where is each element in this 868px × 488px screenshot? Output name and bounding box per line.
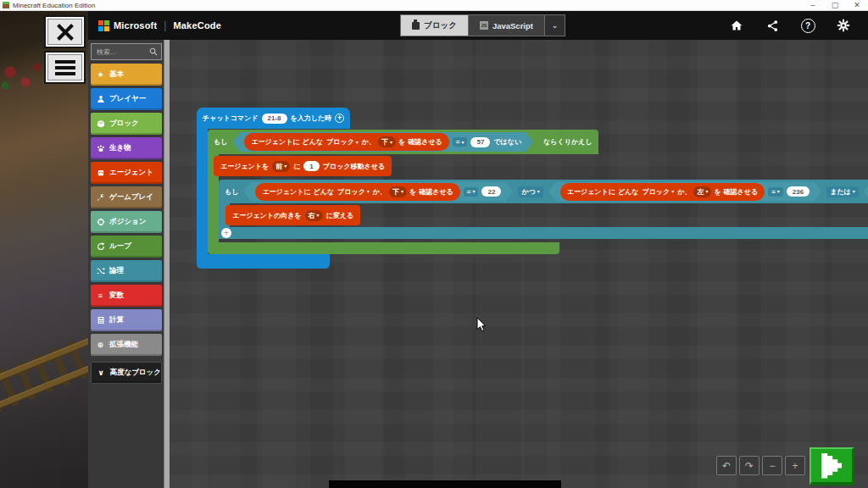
dropdown-value: = — [467, 188, 471, 196]
dropdown-arrow-icon: ▾ — [461, 140, 464, 145]
chevron-down-icon: ∨ — [97, 369, 106, 377]
run-code-button[interactable] — [810, 447, 854, 485]
toolbox-category-position[interactable]: ポジション — [91, 211, 162, 233]
toolbox-category-mobs[interactable]: 生き物 — [91, 137, 162, 159]
block-text: 確認させる — [724, 187, 759, 197]
loop-icon — [96, 242, 105, 251]
search-input[interactable] — [95, 47, 149, 57]
dropdown-arrow-icon: ▾ — [537, 189, 540, 194]
js-icon: JS — [480, 21, 488, 30]
toolbox-category-loops[interactable]: ループ — [91, 236, 162, 258]
chat-block-spine — [197, 127, 208, 256]
block-text: を — [398, 137, 405, 147]
block-text: 確認させる — [408, 137, 442, 147]
close-button[interactable]: ✕ — [846, 0, 868, 10]
undo-button[interactable]: ↶ — [716, 456, 737, 475]
dropdown-arrow-icon: ▾ — [777, 189, 780, 194]
block-text: か、 — [362, 137, 376, 147]
redo-button[interactable]: ↷ — [739, 456, 760, 475]
maximize-button[interactable]: ▢ — [824, 0, 846, 10]
chat-command-input[interactable]: 21-8 — [262, 114, 287, 124]
settings-button[interactable] — [836, 18, 851, 33]
direction-dropdown[interactable]: 下▾ — [389, 186, 407, 197]
category-label: 基本 — [109, 69, 124, 80]
dropdown-value: 前 — [275, 162, 282, 171]
person-icon — [96, 95, 105, 103]
operator-dropdown[interactable]: =▾ — [768, 187, 783, 197]
minimize-button[interactable]: – — [802, 0, 824, 10]
block-text: を入力した時 — [291, 114, 332, 123]
close-code-editor-button[interactable] — [44, 15, 86, 48]
if-block[interactable]: もし エージェントに どんな ブロック▾ か、 下▾ を 確認させる =▾ 22… — [219, 180, 868, 203]
tab-blocks[interactable]: ブロック — [400, 14, 469, 36]
number-input[interactable]: 1 — [303, 161, 319, 171]
number-input[interactable]: 22 — [481, 186, 501, 197]
help-button[interactable]: ? — [800, 18, 815, 33]
dropdown-arrow-icon: ▾ — [853, 189, 855, 194]
agent-turn-block[interactable]: エージェントの向きを 右▾ に変える — [225, 205, 360, 225]
block-text: に — [293, 162, 300, 171]
agent-move-block[interactable]: エージェントを 前▾ に 1 ブロック移動させる — [214, 156, 392, 176]
dropdown-value: または — [830, 187, 851, 197]
makecode-brand: MakeCode — [173, 20, 221, 30]
agent-inspect-block[interactable]: エージェントに どんな ブロック▾ か、 左▾ を 確認させる — [560, 183, 765, 201]
share-button[interactable] — [765, 18, 780, 33]
tab-javascript[interactable]: JS JavaScript — [469, 14, 545, 36]
home-button[interactable] — [729, 18, 744, 33]
number-input[interactable]: 236 — [787, 186, 810, 197]
toolbox-category-variables[interactable]: ≡ 変数 — [91, 285, 162, 307]
comparison-block-clipped[interactable]: エージェン — [864, 182, 868, 202]
while-loop-block[interactable]: もし エージェントに どんな ブロック▾ か、 下▾ を 確認させる =▾ 57… — [208, 130, 598, 154]
toolbox-category-blocks[interactable]: ブロック — [91, 113, 162, 135]
plus-icon[interactable]: + — [335, 114, 344, 123]
block-type-dropdown[interactable]: ブロック▾ — [337, 186, 370, 197]
operator-dropdown[interactable]: =▾ — [464, 187, 479, 197]
category-label: ポジション — [109, 217, 147, 227]
block-text: どんな — [618, 187, 639, 197]
tab-dropdown-button[interactable]: ⌄ — [545, 14, 565, 36]
plus-icon[interactable]: + — [221, 228, 231, 238]
block-type-dropdown[interactable]: ブロック▾ — [641, 186, 675, 197]
direction-dropdown[interactable]: 左▾ — [693, 186, 711, 197]
rail-tracks — [0, 310, 88, 435]
toolbox-category-advanced[interactable]: ∨ 高度なブロック — [91, 362, 162, 384]
zoom-in-button[interactable]: + — [785, 456, 805, 475]
toolbox-category-player[interactable]: プレイヤー — [91, 88, 162, 110]
category-label: ループ — [109, 241, 131, 252]
toolbox-category-agent[interactable]: エージェント — [91, 162, 162, 184]
not-condition-block[interactable]: エージェントに どんな ブロック▾ か、 下▾ を 確認させる =▾ 57 では… — [232, 132, 533, 152]
dropdown-value: = — [456, 138, 460, 146]
toolbox-category-gameplay[interactable]: ゲームプレイ — [91, 186, 162, 208]
gear-icon — [837, 19, 850, 32]
plus-circle-icon: ⊕ — [96, 341, 105, 349]
agent-inspect-block[interactable]: エージェントに どんな ブロック▾ か、 下▾ を 確認させる — [244, 133, 448, 151]
and-dropdown[interactable]: かつ▾ — [518, 186, 542, 197]
game-menu-button[interactable] — [44, 51, 86, 84]
category-label: ブロック — [109, 119, 139, 129]
toolbox-category-math[interactable]: 計算 — [91, 309, 162, 331]
robot-icon — [96, 169, 105, 177]
toolbox-category-extensions[interactable]: ⊕ 拡張機能 — [91, 334, 162, 356]
direction-dropdown[interactable]: 下▾ — [378, 136, 396, 147]
direction-dropdown[interactable]: 右▾ — [305, 210, 323, 221]
block-type-dropdown[interactable]: ブロック▾ — [326, 136, 359, 147]
operator-dropdown[interactable]: =▾ — [453, 137, 468, 147]
zoom-out-button[interactable]: − — [762, 456, 782, 475]
agent-inspect-block[interactable]: エージェントに どんな ブロック▾ か、 下▾ を 確認させる — [255, 183, 459, 201]
comparison-block[interactable]: エージェントに どんな ブロック▾ か、 下▾ を 確認させる =▾ 22 — [243, 182, 513, 202]
or-dropdown[interactable]: または▾ — [826, 186, 859, 197]
app-icon — [3, 2, 9, 8]
comparison-block[interactable]: エージェントに どんな ブロック▾ か、 左▾ を 確認させる =▾ 236 — [548, 182, 821, 202]
toolbox-category-basic[interactable]: ★ 基本 — [91, 64, 162, 86]
number-input[interactable]: 57 — [470, 137, 490, 147]
toolbox-category-logic[interactable]: 論理 — [91, 260, 162, 282]
dropdown-value: = — [771, 188, 776, 196]
toolbox: ★ 基本 プレイヤー ブロック 生き物 エージェント ゲームプレイ ポジション … — [88, 40, 164, 488]
microsoft-brand: Microsoft — [114, 20, 157, 30]
direction-dropdown[interactable]: 前▾ — [272, 161, 290, 172]
block-text: ではない — [493, 137, 521, 147]
microsoft-logo-icon — [98, 20, 109, 31]
search-icon — [149, 47, 158, 56]
block-text: ブロック移動させる — [323, 162, 385, 171]
on-chat-command-block[interactable]: チャットコマンド 21-8 を入力した時 + — [197, 108, 350, 129]
